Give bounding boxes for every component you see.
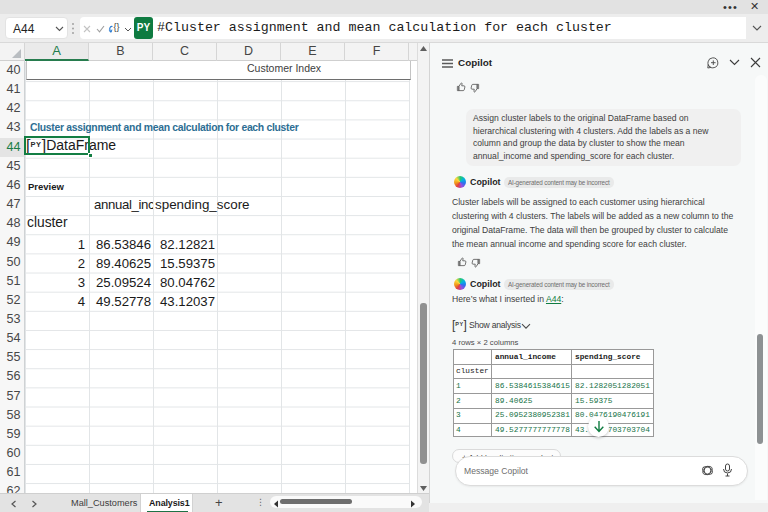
svg-text:{}: {} <box>114 22 120 32</box>
